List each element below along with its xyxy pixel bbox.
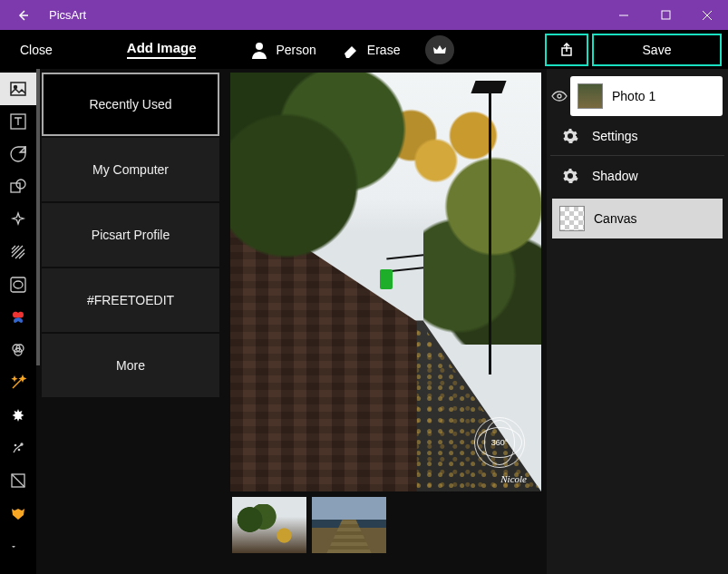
tool-star[interactable] xyxy=(0,399,36,432)
frame-icon xyxy=(10,472,26,489)
sticker-icon xyxy=(10,146,26,162)
person-label: Person xyxy=(276,43,315,57)
window-minimize-button[interactable] xyxy=(603,0,645,30)
tool-lines[interactable] xyxy=(0,236,36,268)
butterfly-icon xyxy=(10,309,26,326)
share-icon xyxy=(559,43,574,57)
signature-text: Nicole xyxy=(500,473,527,484)
arrow-left-icon xyxy=(15,8,30,23)
svg-point-9 xyxy=(14,281,23,288)
thumbnail-1[interactable] xyxy=(232,497,306,553)
settings-label: Settings xyxy=(592,129,638,143)
layer-canvas[interactable]: Canvas xyxy=(552,199,723,238)
source-picsart-profile[interactable]: Picsart Profile xyxy=(42,203,219,267)
save-button[interactable]: Save xyxy=(592,34,722,66)
layers-panel: Photo 1 Settings Shadow Canvas xyxy=(547,69,728,574)
text-icon xyxy=(10,113,26,130)
svg-point-15 xyxy=(18,449,19,450)
eraser-icon xyxy=(342,41,360,59)
close-icon xyxy=(702,10,713,21)
fox-icon xyxy=(10,505,26,521)
eye-icon xyxy=(551,88,568,104)
svg-point-13 xyxy=(21,443,23,445)
gear-icon xyxy=(562,128,578,144)
layer-label: Photo 1 xyxy=(612,89,655,103)
erase-tool-button[interactable]: Erase xyxy=(342,41,401,59)
share-button[interactable] xyxy=(545,34,588,66)
canvas-area: 360° Nicole xyxy=(225,69,547,574)
close-panel-button[interactable]: Close xyxy=(0,43,73,57)
magic-brush-icon xyxy=(10,440,26,456)
tool-color-channels[interactable] xyxy=(0,334,36,366)
layer-photo-1[interactable]: Photo 1 xyxy=(570,76,723,116)
app-title: PicsArt xyxy=(45,8,86,22)
vignette-icon xyxy=(10,277,26,293)
window-maximize-button[interactable] xyxy=(645,0,686,30)
source-freetoedit[interactable]: #FREETOEDIT xyxy=(42,268,219,332)
shape-mask-icon xyxy=(10,179,26,195)
shadow-label: Shadow xyxy=(592,169,638,183)
magic-wand-icon xyxy=(10,375,26,391)
add-image-tab[interactable]: Add Image xyxy=(127,40,197,59)
more-icon xyxy=(10,542,26,550)
crown-icon xyxy=(432,43,447,57)
image-icon xyxy=(10,81,26,97)
window-titlebar: PicsArt xyxy=(0,0,728,30)
tool-sticker[interactable] xyxy=(0,138,36,170)
person-tool-button[interactable]: Person xyxy=(250,41,315,59)
tool-magic-brush[interactable] xyxy=(0,432,36,464)
back-button[interactable] xyxy=(0,0,45,30)
person-icon xyxy=(250,41,268,59)
tool-shape[interactable] xyxy=(0,170,36,203)
minimize-icon xyxy=(618,10,629,21)
svg-rect-0 xyxy=(662,11,670,19)
premium-button[interactable] xyxy=(425,35,454,64)
save-label: Save xyxy=(643,43,672,57)
channels-icon xyxy=(10,342,26,358)
image-source-panel: Recently Used My Computer Picsart Profil… xyxy=(36,69,225,574)
tool-fox[interactable] xyxy=(0,497,36,530)
layer-shadow[interactable]: Shadow xyxy=(550,156,724,196)
thumbnail-2[interactable] xyxy=(312,497,386,553)
recent-thumbnails xyxy=(232,497,386,553)
hatching-icon xyxy=(10,244,26,260)
tool-magic[interactable] xyxy=(0,366,36,399)
gear-icon xyxy=(562,168,578,184)
source-my-computer[interactable]: My Computer xyxy=(42,138,219,201)
tool-more[interactable] xyxy=(0,530,36,562)
star-icon xyxy=(11,408,25,423)
svg-point-1 xyxy=(256,43,263,50)
canvas-thumb-icon xyxy=(559,206,585,231)
svg-point-7 xyxy=(16,180,25,189)
tool-image[interactable] xyxy=(0,73,36,105)
tool-text[interactable] xyxy=(0,105,36,138)
overlay-360-badge: 360° xyxy=(474,417,525,468)
svg-point-17 xyxy=(558,94,561,98)
tool-sparkle[interactable] xyxy=(0,203,36,236)
svg-point-14 xyxy=(15,444,15,445)
left-toolstrip xyxy=(0,69,36,574)
main-image[interactable]: 360° Nicole xyxy=(230,73,541,491)
tool-frame[interactable] xyxy=(0,464,36,497)
svg-rect-3 xyxy=(11,83,25,95)
tool-butterfly[interactable] xyxy=(0,301,36,334)
window-close-button[interactable] xyxy=(686,0,728,30)
sparkle-icon xyxy=(10,211,26,228)
layer-visibility-toggle[interactable] xyxy=(550,88,568,104)
source-recently-used[interactable]: Recently Used xyxy=(42,73,219,136)
source-more[interactable]: More xyxy=(42,334,219,397)
canvas-label: Canvas xyxy=(594,211,636,226)
tool-vignette[interactable] xyxy=(0,268,36,301)
erase-label: Erase xyxy=(367,43,401,57)
top-toolbar: Close Add Image Person Erase Save xyxy=(0,30,728,69)
maximize-icon xyxy=(661,10,671,20)
layer-settings[interactable]: Settings xyxy=(550,116,724,156)
layer-thumb-icon xyxy=(578,83,603,109)
